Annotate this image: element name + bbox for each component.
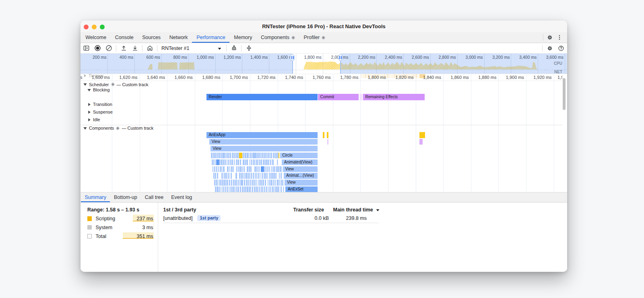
- component-render-sliver[interactable]: [249, 166, 250, 172]
- component-render-sliver[interactable]: [263, 159, 264, 166]
- component-render-sliver[interactable]: [254, 186, 255, 192]
- help-icon[interactable]: [556, 43, 566, 53]
- component-render-sliver[interactable]: [227, 159, 227, 166]
- component-render-sliver[interactable]: [235, 180, 236, 186]
- target-select[interactable]: RNTester #1: [161, 46, 221, 51]
- component-render-sliver[interactable]: [225, 159, 225, 166]
- component-render-sliver[interactable]: [253, 159, 255, 166]
- component-render-sliver[interactable]: [238, 180, 239, 186]
- component-render-sliver[interactable]: [231, 166, 233, 172]
- component-render-sliver[interactable]: [276, 153, 277, 159]
- component-render-sliver[interactable]: [214, 180, 215, 186]
- component-render-sliver[interactable]: [228, 153, 229, 159]
- component-render-sliver[interactable]: [270, 159, 271, 166]
- component-render-sliver[interactable]: [221, 186, 222, 192]
- component-render-sliver[interactable]: [227, 180, 228, 186]
- component-render-sliver[interactable]: [221, 166, 222, 172]
- component-render-sliver[interactable]: [231, 173, 232, 179]
- component-render-sliver[interactable]: [255, 173, 256, 179]
- component-render-sliver[interactable]: [213, 159, 215, 166]
- component-render-sliver[interactable]: [231, 180, 232, 186]
- flame-chart-timeline[interactable]: Timings1,580 ms1,600 ms1,620 ms1,640 ms1…: [80, 74, 562, 193]
- component-render-sliver[interactable]: [238, 186, 239, 192]
- component-render-sliver[interactable]: [278, 186, 280, 192]
- component-render-sliver[interactable]: [233, 166, 234, 172]
- tab-performance[interactable]: Performance: [192, 32, 229, 43]
- component-render-sliver[interactable]: [226, 173, 227, 179]
- flame-bar[interactable]: [261, 166, 264, 172]
- component-render-sliver[interactable]: [239, 173, 240, 179]
- component-render-sliver[interactable]: [264, 159, 266, 166]
- component-render-sliver[interactable]: [258, 166, 259, 172]
- upload-profile-icon[interactable]: [119, 43, 128, 53]
- component-render-sliver[interactable]: [222, 153, 223, 159]
- component-render-sliver[interactable]: [271, 180, 272, 186]
- selection-handle-right[interactable]: [339, 54, 343, 61]
- kebab-menu-icon[interactable]: [555, 33, 564, 42]
- component-render-sliver[interactable]: [281, 180, 282, 186]
- flame-bar-view[interactable]: View: [209, 139, 318, 145]
- component-render-sliver[interactable]: [269, 173, 270, 179]
- component-render-sliver[interactable]: [259, 153, 260, 159]
- component-render-sliver[interactable]: [279, 173, 280, 179]
- component-render-sliver[interactable]: [256, 186, 257, 192]
- component-render-sliver[interactable]: [244, 166, 244, 172]
- component-render-sliver[interactable]: [219, 180, 220, 186]
- tab-event-log[interactable]: Event log: [167, 192, 196, 202]
- tab-summary[interactable]: Summary: [81, 192, 110, 202]
- component-render-sliver[interactable]: [273, 180, 275, 186]
- component-render-sliver[interactable]: [222, 180, 223, 186]
- component-render-sliver[interactable]: [277, 180, 279, 186]
- flame-bar[interactable]: [279, 153, 279, 159]
- component-render-sliver[interactable]: [214, 153, 216, 159]
- component-render-sliver[interactable]: [217, 186, 218, 192]
- component-render-sliver[interactable]: [262, 153, 263, 159]
- component-render-sliver[interactable]: [235, 153, 236, 159]
- component-render-sliver[interactable]: [259, 186, 260, 192]
- legend-swatch[interactable]: [87, 234, 92, 239]
- flame-bar-view[interactable]: View: [285, 180, 318, 186]
- component-render-sliver[interactable]: [244, 173, 245, 179]
- component-render-sliver[interactable]: [213, 153, 214, 159]
- component-render-sliver[interactable]: [250, 186, 251, 192]
- component-render-sliver[interactable]: [236, 166, 237, 172]
- component-render-sliver[interactable]: [225, 186, 226, 192]
- component-render-sliver[interactable]: [245, 159, 246, 166]
- component-render-sliver[interactable]: [265, 180, 266, 186]
- component-render-sliver[interactable]: [246, 180, 248, 186]
- component-render-sliver[interactable]: [269, 186, 270, 192]
- component-render-sliver[interactable]: [263, 180, 264, 186]
- component-render-sliver[interactable]: [257, 159, 258, 166]
- component-render-sliver[interactable]: [268, 180, 268, 186]
- settings-icon[interactable]: [545, 43, 555, 53]
- component-render-sliver[interactable]: [254, 166, 256, 172]
- component-render-sliver[interactable]: [220, 180, 221, 186]
- component-render-sliver[interactable]: [240, 186, 242, 192]
- tab-memory[interactable]: Memory: [229, 32, 256, 43]
- component-render-sliver[interactable]: [261, 159, 262, 166]
- component-render-sliver[interactable]: [256, 180, 258, 186]
- component-render-sliver[interactable]: [276, 186, 278, 192]
- component-render-sliver[interactable]: [282, 180, 283, 186]
- component-render-sliver[interactable]: [267, 153, 268, 159]
- component-render-sliver[interactable]: [264, 153, 265, 159]
- track-header-suspense[interactable]: Suspense: [87, 110, 113, 114]
- component-render-sliver[interactable]: [236, 180, 237, 186]
- component-render-sliver[interactable]: [264, 166, 266, 172]
- component-render-sliver[interactable]: [212, 159, 213, 166]
- component-render-sliver[interactable]: [241, 173, 242, 179]
- track-header-components[interactable]: Components— Custom track: [83, 126, 153, 130]
- component-render-sliver[interactable]: [232, 153, 233, 159]
- component-render-sliver[interactable]: [230, 186, 231, 192]
- component-render-sliver[interactable]: [247, 166, 248, 172]
- component-render-sliver[interactable]: [271, 166, 272, 172]
- component-render-sliver[interactable]: [233, 153, 235, 159]
- component-render-sliver[interactable]: [269, 180, 270, 186]
- component-render-sliver[interactable]: [250, 166, 251, 172]
- tab-sources[interactable]: Sources: [138, 32, 165, 43]
- legend-swatch[interactable]: [87, 225, 92, 230]
- component-render-sliver[interactable]: [270, 173, 271, 179]
- component-render-sliver[interactable]: [247, 186, 248, 192]
- legend-swatch[interactable]: [87, 216, 92, 221]
- component-render-sliver[interactable]: [260, 180, 261, 186]
